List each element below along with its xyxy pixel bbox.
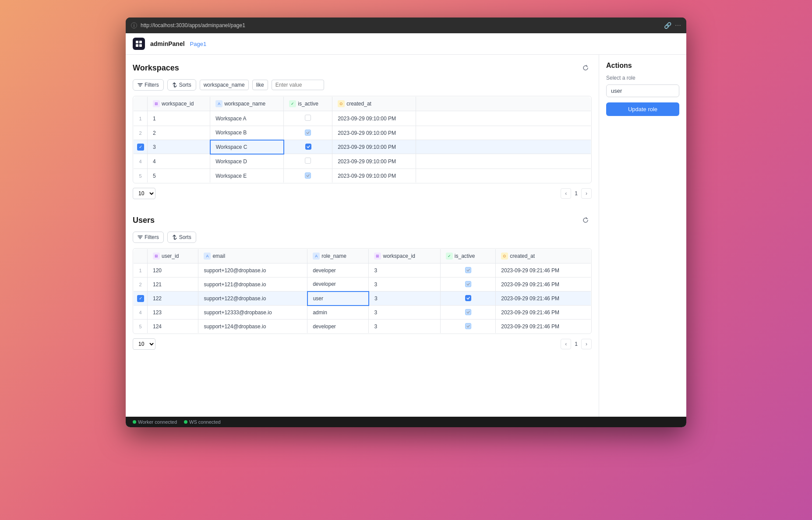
is-active-checkbox[interactable]	[305, 130, 311, 136]
more-icon[interactable]: ⋯	[675, 22, 681, 29]
td-row-select[interactable]: 4	[134, 306, 148, 320]
td-created-at[interactable]: 2023-09-29 09:21:46 PM	[496, 306, 591, 320]
is-active-checkbox[interactable]	[305, 144, 311, 150]
role-input[interactable]	[606, 84, 679, 97]
is-active-checkbox[interactable]	[305, 115, 311, 121]
td-created-at[interactable]: 2023-09-29 09:10:00 PM	[332, 140, 416, 154]
th-created-at[interactable]: ⊙ created_at	[332, 97, 416, 111]
th-is-active[interactable]: ✓ is_active	[284, 97, 332, 111]
table-row[interactable]: 2 2 Workspace B 2023-09-29 09:10:00 PM	[134, 126, 591, 140]
users-sorts-button[interactable]: Sorts	[167, 232, 196, 243]
td-workspace-id[interactable]: 2	[148, 126, 210, 140]
td-created-at[interactable]: 2023-09-29 09:10:00 PM	[332, 154, 416, 169]
td-row-select[interactable]: 1	[134, 111, 148, 126]
filter-value-input[interactable]	[272, 80, 324, 90]
td-is-active[interactable]	[284, 140, 332, 154]
users-next-page-button[interactable]: ›	[581, 339, 592, 349]
td-row-select[interactable]: ✓	[134, 292, 148, 306]
td-is-active[interactable]	[440, 292, 496, 306]
th-workspace-id[interactable]: ⊞ workspace_id	[148, 97, 210, 111]
td-row-select[interactable]: 4	[134, 154, 148, 169]
table-row[interactable]: 1 1 Workspace A 2023-09-29 09:10:00 PM	[134, 111, 591, 126]
td-is-active[interactable]	[440, 320, 496, 334]
is-active-checkbox[interactable]	[305, 172, 311, 179]
td-is-active[interactable]	[284, 126, 332, 140]
is-active-checkbox[interactable]	[305, 158, 311, 164]
td-workspace-id[interactable]: 3	[369, 292, 440, 306]
th-workspace-name[interactable]: A workspace_name	[210, 97, 284, 111]
td-row-select[interactable]: 2	[134, 126, 148, 140]
td-user-id[interactable]: 120	[148, 264, 198, 278]
td-email[interactable]: support+124@dropbase.io	[198, 320, 307, 334]
td-created-at[interactable]: 2023-09-29 09:21:46 PM	[496, 320, 591, 334]
workspaces-next-page-button[interactable]: ›	[581, 188, 592, 199]
update-role-button[interactable]: Update role	[606, 102, 679, 116]
is-active-checkbox[interactable]	[465, 309, 471, 315]
td-row-select[interactable]: ✓	[134, 140, 148, 154]
td-workspace-id[interactable]: 3	[369, 306, 440, 320]
td-created-at[interactable]: 2023-09-29 09:21:46 PM	[496, 264, 591, 278]
td-email[interactable]: support+120@dropbase.io	[198, 264, 307, 278]
uth-created-at[interactable]: ⊙ created_at	[496, 249, 591, 264]
uth-email[interactable]: A email	[198, 249, 307, 264]
td-created-at[interactable]: 2023-09-29 09:21:46 PM	[496, 278, 591, 292]
uth-workspace-id[interactable]: ⊞ workspace_id	[369, 249, 440, 264]
td-is-active[interactable]	[284, 111, 332, 126]
td-user-id[interactable]: 121	[148, 278, 198, 292]
row-check[interactable]: ✓	[137, 295, 144, 302]
users-page-size-select[interactable]: 10 25 50	[133, 338, 155, 350]
table-row[interactable]: ✓ 3 Workspace C 2023-09-29 09:10:00 PM	[134, 140, 591, 154]
uth-is-active[interactable]: ✓ is_active	[440, 249, 496, 264]
td-role-name[interactable]: user	[307, 292, 369, 306]
workspaces-page-size-select[interactable]: 10 25 50	[133, 188, 155, 199]
td-workspace-name[interactable]: Workspace B	[210, 126, 284, 140]
td-created-at[interactable]: 2023-09-29 09:21:46 PM	[496, 292, 591, 306]
td-created-at[interactable]: 2023-09-29 09:10:00 PM	[332, 169, 416, 183]
td-workspace-id[interactable]: 3	[369, 320, 440, 334]
users-filters-button[interactable]: Filters	[133, 232, 164, 243]
td-row-select[interactable]: 5	[134, 320, 148, 334]
users-refresh-button[interactable]	[579, 214, 592, 226]
table-row[interactable]: 4 4 Workspace D 2023-09-29 09:10:00 PM	[134, 154, 591, 169]
uth-role-name[interactable]: A role_name	[307, 249, 369, 264]
link-icon[interactable]: 🔗	[664, 22, 671, 29]
td-email[interactable]: support+122@dropbase.io	[198, 292, 307, 306]
td-workspace-name[interactable]: Workspace A	[210, 111, 284, 126]
table-row[interactable]: ✓ 122 support+122@dropbase.io user 3 202…	[134, 292, 591, 306]
td-email[interactable]: support+12333@dropbase.io	[198, 306, 307, 320]
td-workspace-id[interactable]: 3	[148, 140, 210, 154]
workspaces-refresh-button[interactable]	[579, 62, 592, 74]
table-row[interactable]: 5 5 Workspace E 2023-09-29 09:10:00 PM	[134, 169, 591, 183]
td-row-select[interactable]: 5	[134, 169, 148, 183]
td-workspace-id[interactable]: 4	[148, 154, 210, 169]
table-row[interactable]: 2 121 support+121@dropbase.io developer …	[134, 278, 591, 292]
row-check[interactable]: ✓	[137, 144, 144, 151]
td-user-id[interactable]: 123	[148, 306, 198, 320]
td-is-active[interactable]	[284, 169, 332, 183]
td-role-name[interactable]: developer	[307, 320, 369, 334]
td-created-at[interactable]: 2023-09-29 09:10:00 PM	[332, 111, 416, 126]
td-row-select[interactable]: 2	[134, 278, 148, 292]
is-active-checkbox[interactable]	[465, 295, 471, 301]
td-workspace-name[interactable]: Workspace E	[210, 169, 284, 183]
users-prev-page-button[interactable]: ‹	[561, 339, 571, 349]
td-workspace-id[interactable]: 1	[148, 111, 210, 126]
is-active-checkbox[interactable]	[465, 323, 471, 329]
td-is-active[interactable]	[284, 154, 332, 169]
td-is-active[interactable]	[440, 306, 496, 320]
table-row[interactable]: 5 124 support+124@dropbase.io developer …	[134, 320, 591, 334]
td-is-active[interactable]	[440, 264, 496, 278]
td-workspace-id[interactable]: 3	[369, 278, 440, 292]
td-user-id[interactable]: 124	[148, 320, 198, 334]
td-workspace-name[interactable]: Workspace C	[210, 140, 284, 154]
td-workspace-name[interactable]: Workspace D	[210, 154, 284, 169]
table-row[interactable]: 4 123 support+12333@dropbase.io admin 3 …	[134, 306, 591, 320]
is-active-checkbox[interactable]	[465, 267, 471, 273]
td-is-active[interactable]	[440, 278, 496, 292]
is-active-checkbox[interactable]	[465, 281, 471, 287]
td-email[interactable]: support+121@dropbase.io	[198, 278, 307, 292]
td-workspace-id[interactable]: 5	[148, 169, 210, 183]
workspaces-sorts-button[interactable]: Sorts	[167, 79, 196, 91]
td-role-name[interactable]: admin	[307, 306, 369, 320]
nav-page1[interactable]: Page1	[190, 41, 207, 47]
